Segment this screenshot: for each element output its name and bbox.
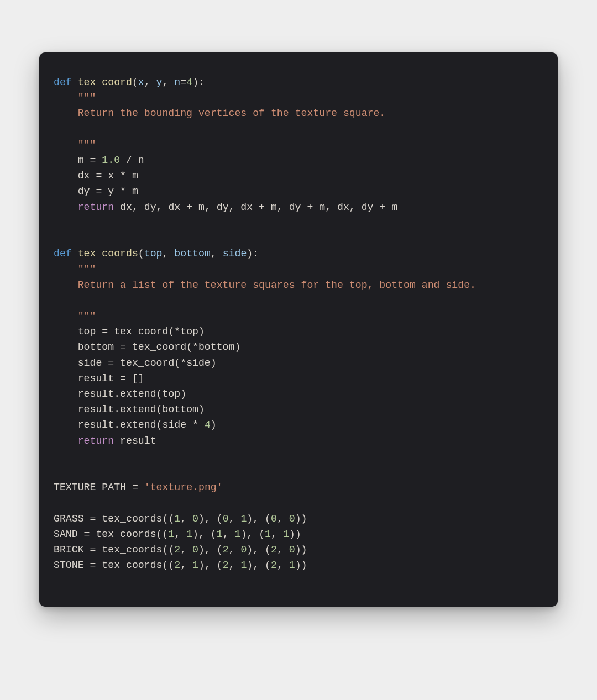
number-literal: 1 [240,513,247,524]
code-block: def tex_coord(x, y, n=4): """ Return the… [54,75,543,573]
code-line: dx = x * m [78,170,138,181]
code-line: dy = y * m [78,186,138,197]
function-name: tex_coords [78,248,138,259]
number-literal: 2 [223,560,229,571]
number-literal: 4 [186,77,192,88]
code-line: result.extend(bottom) [78,404,205,415]
number-literal: 1 [192,560,198,571]
keyword-return: return [78,202,114,213]
param: side [223,248,247,259]
param: top [144,248,163,259]
number-literal: 1 [168,529,174,540]
code-card: def tex_coord(x, y, n=4): """ Return the… [39,52,558,607]
keyword-return: return [78,435,114,446]
number-literal: 1.0 [102,155,120,166]
code-line: side = tex_coord(*side) [78,357,217,369]
code-line: top = tex_coord(*top) [78,326,205,337]
docstring-open: """ [78,92,96,103]
code-line: result.extend(side * [78,419,205,430]
number-literal: 1 [283,529,289,540]
number-literal: 1 [265,529,271,540]
docstring-close: """ [54,310,96,322]
number-literal: 1 [235,529,241,540]
docstring-line: Return a list of the texture squares for… [54,280,476,291]
param: y [156,77,163,88]
constant-name: GRASS [54,513,84,524]
code-line: m = [78,155,102,166]
keyword-def: def [54,77,72,88]
code-line: result = [] [78,373,144,384]
number-literal: 0 [223,513,229,524]
number-literal: 2 [223,544,229,555]
code-line: result.extend(top) [78,388,186,399]
keyword-def: def [54,248,72,259]
number-literal: 1 [174,513,180,524]
number-literal: 2 [174,560,180,571]
docstring-close: """ [54,139,96,150]
number-literal: 0 [289,544,295,555]
constant-name: STONE [54,560,84,571]
code-line: result [114,435,156,446]
constant-name: SAND [54,529,78,540]
param: n [174,77,180,88]
number-literal: 0 [271,513,277,524]
number-literal: 1 [240,560,247,571]
code-line: ) [211,419,217,430]
number-literal: 2 [174,544,180,555]
code-text: = [126,482,144,493]
number-literal: 0 [192,513,198,524]
number-literal: 1 [217,529,223,540]
code-line: / n [120,155,144,166]
number-literal: 1 [186,529,192,540]
code-line: bottom = tex_coord(*bottom) [78,341,241,352]
number-literal: 0 [240,544,247,555]
docstring-line: Return the bounding vertices of the text… [54,108,385,119]
code-line: dx, dy, dx + m, dy, dx + m, dy + m, dx, … [114,202,397,213]
function-name: tex_coord [78,77,132,88]
param: x [138,77,144,88]
number-literal: 0 [192,544,198,555]
number-literal: 0 [289,513,295,524]
number-literal: 2 [271,544,277,555]
number-literal: 2 [271,560,277,571]
constant-name: BRICK [54,544,84,555]
constant-name: TEXTURE_PATH [54,482,126,493]
number-literal: 4 [205,419,211,430]
string-literal: 'texture.png' [144,482,223,493]
number-literal: 1 [289,560,295,571]
docstring-open: """ [78,264,96,275]
param: bottom [174,248,211,259]
